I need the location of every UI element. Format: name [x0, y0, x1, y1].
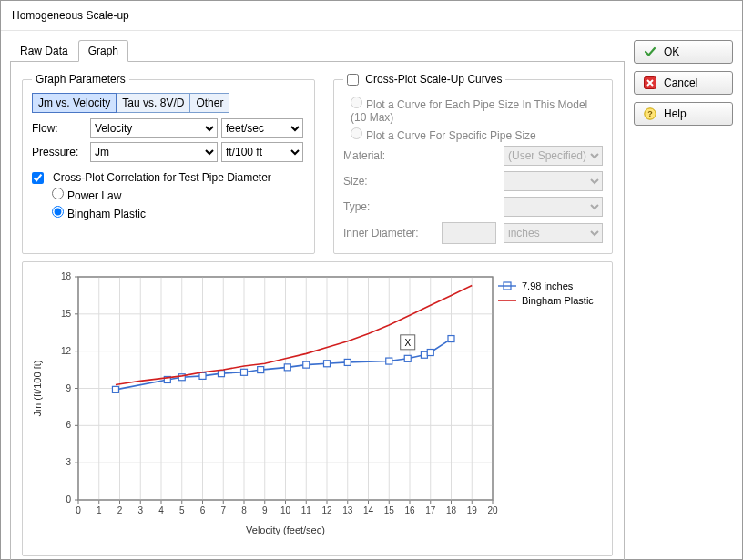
svg-rect-95	[284, 364, 290, 371]
svg-text:17: 17	[425, 505, 436, 515]
tab-bar: Raw Data Graph	[10, 40, 625, 62]
svg-text:18: 18	[61, 271, 72, 281]
svg-text:3: 3	[66, 457, 71, 467]
tab-raw-data[interactable]: Raw Data	[10, 40, 78, 62]
svg-text:9: 9	[262, 505, 268, 515]
graph-panel: Graph Parameters Jm vs. Velocity Tau vs.…	[10, 62, 625, 560]
flow-label: Flow:	[32, 122, 87, 135]
svg-text:15: 15	[61, 309, 72, 319]
svg-rect-103	[448, 336, 454, 342]
help-icon: ?	[644, 107, 656, 120]
svg-text:3: 3	[137, 505, 143, 515]
flow-unit-select[interactable]: feet/sec	[221, 118, 303, 138]
plot-type-jm-vs-velocity[interactable]: Jm vs. Velocity	[32, 93, 117, 113]
size-select	[504, 171, 603, 191]
opt-curve-specific-size-radio	[351, 127, 362, 139]
inner-diameter-unit-select: inches	[504, 223, 603, 243]
material-select: (User Specified)	[504, 146, 603, 166]
cross-plot-correlation-label: Cross-Plot Correlation for Test Pipe Dia…	[53, 171, 271, 184]
svg-text:10: 10	[280, 505, 291, 515]
svg-text:19: 19	[467, 505, 478, 515]
cross-plot-scaleup-group: Cross-Plot Scale-Up Curves Plot a Curve …	[333, 73, 613, 254]
opt-curve-each-size-radio	[351, 97, 362, 108]
bingham-option[interactable]: Bingham Plastic	[52, 206, 305, 220]
svg-rect-100	[404, 356, 411, 362]
pressure-select[interactable]: Jm	[90, 142, 218, 162]
plot-type-other[interactable]: Other	[190, 93, 229, 113]
inner-diameter-label: Inner Diameter:	[343, 227, 434, 239]
svg-rect-101	[421, 352, 427, 359]
svg-rect-97	[324, 361, 331, 367]
svg-text:1: 1	[97, 505, 102, 515]
tab-graph[interactable]: Graph	[78, 40, 128, 62]
x-icon	[644, 76, 656, 89]
svg-text:4: 4	[158, 505, 164, 515]
svg-text:15: 15	[384, 505, 395, 515]
svg-text:Velocity (feet/sec): Velocity (feet/sec)	[246, 524, 325, 535]
svg-text:6: 6	[66, 421, 71, 431]
help-button[interactable]: ?Help	[634, 102, 733, 126]
svg-text:8: 8	[241, 505, 247, 515]
svg-text:6: 6	[200, 505, 206, 515]
graph-parameters-group: Graph Parameters Jm vs. Velocity Tau vs.…	[22, 73, 315, 254]
svg-rect-92	[218, 371, 224, 377]
svg-rect-93	[241, 370, 248, 376]
svg-text:11: 11	[301, 505, 312, 515]
chart-area: 0123456789101112131415161718192003691215…	[22, 261, 613, 556]
pressure-unit-select[interactable]: ft/100 ft	[221, 142, 303, 162]
svg-rect-96	[303, 361, 310, 368]
cancel-button[interactable]: Cancel	[634, 71, 733, 95]
svg-text:5: 5	[179, 505, 185, 515]
cross-plot-scaleup-legend: Cross-Plot Scale-Up Curves	[343, 73, 505, 86]
svg-text:7.98 inches: 7.98 inches	[522, 280, 574, 291]
inner-diameter-input	[442, 222, 496, 244]
type-label: Type:	[343, 200, 434, 213]
svg-text:X: X	[404, 338, 411, 348]
svg-text:16: 16	[404, 505, 415, 515]
svg-text:?: ?	[647, 109, 653, 118]
dialog-button-column: OK Cancel ?Help	[625, 40, 733, 560]
svg-rect-98	[344, 360, 351, 366]
svg-text:0: 0	[76, 505, 81, 515]
svg-text:Bingham Plastic: Bingham Plastic	[522, 295, 594, 306]
opt-curve-specific-size: Plot a Curve For Specific Pipe Size	[351, 127, 603, 142]
check-icon	[644, 46, 656, 58]
ok-button[interactable]: OK	[634, 40, 733, 64]
cross-plot-scaleup-checkbox[interactable]	[347, 74, 359, 86]
svg-text:12: 12	[321, 505, 332, 515]
svg-rect-99	[386, 358, 392, 364]
svg-text:12: 12	[61, 346, 72, 356]
svg-rect-102	[427, 350, 433, 356]
power-law-option[interactable]: Power Law	[52, 188, 305, 202]
svg-text:9: 9	[66, 383, 71, 393]
svg-text:0: 0	[66, 494, 71, 504]
bingham-radio[interactable]	[52, 206, 64, 218]
type-select	[504, 197, 603, 217]
svg-text:18: 18	[446, 505, 457, 515]
svg-text:Jm (ft/100 ft): Jm (ft/100 ft)	[32, 361, 43, 417]
svg-text:2: 2	[117, 505, 123, 515]
plot-type-segmented: Jm vs. Velocity Tau vs. 8V/D Other	[32, 93, 305, 113]
svg-text:20: 20	[487, 505, 498, 515]
window-title: Homogeneous Scale-up	[1, 1, 742, 31]
graph-parameters-legend: Graph Parameters	[32, 73, 129, 86]
opt-curve-each-size: Plot a Curve for Each Pipe Size In This …	[351, 97, 603, 124]
chart-svg: 0123456789101112131415161718192003691215…	[28, 268, 611, 541]
svg-text:7: 7	[220, 505, 226, 515]
pressure-label: Pressure:	[32, 146, 87, 158]
cross-plot-correlation-checkbox[interactable]	[32, 172, 44, 184]
svg-rect-88	[112, 387, 118, 393]
svg-rect-94	[258, 367, 264, 373]
plot-type-tau-vs-8vd[interactable]: Tau vs. 8V/D	[117, 93, 190, 113]
flow-select[interactable]: Velocity	[90, 118, 218, 138]
svg-text:14: 14	[363, 505, 374, 515]
svg-text:13: 13	[342, 505, 353, 515]
size-label: Size:	[343, 175, 434, 188]
power-law-radio[interactable]	[52, 188, 64, 199]
material-label: Material:	[343, 149, 434, 162]
svg-rect-91	[199, 373, 206, 380]
dialog-window: Homogeneous Scale-up Raw Data Graph Grap…	[0, 0, 743, 560]
